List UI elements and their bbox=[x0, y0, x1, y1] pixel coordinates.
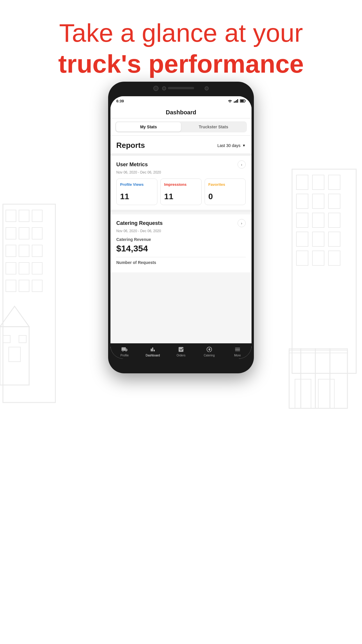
phone-camera-left bbox=[153, 86, 159, 91]
svg-rect-46 bbox=[236, 100, 237, 103]
favorites-label: Favorites bbox=[208, 182, 242, 187]
impressions-label: Impressions bbox=[164, 182, 198, 187]
user-metrics-chevron[interactable]: › bbox=[238, 160, 246, 169]
truck-icon bbox=[121, 346, 128, 353]
svg-rect-25 bbox=[296, 194, 308, 209]
app-header: Dashboard bbox=[110, 106, 252, 118]
svg-rect-5 bbox=[19, 228, 29, 239]
phone-screen: 6:39 Dashboard My Stats bbox=[110, 96, 252, 359]
nav-label-orders: Orders bbox=[177, 354, 186, 357]
reports-title: Reports bbox=[116, 141, 145, 150]
tab-my-stats[interactable]: My Stats bbox=[116, 122, 181, 132]
building-right-illustration bbox=[275, 140, 362, 432]
headline-area: Take a glance at your truck's performanc… bbox=[0, 18, 362, 79]
svg-rect-13 bbox=[6, 280, 16, 292]
svg-rect-45 bbox=[235, 101, 236, 103]
profile-views-box: Profile Views 11 bbox=[116, 178, 157, 205]
nav-label-catering: Catering bbox=[204, 354, 215, 357]
svg-rect-43 bbox=[318, 379, 334, 408]
svg-rect-22 bbox=[296, 175, 308, 190]
svg-rect-36 bbox=[328, 251, 340, 265]
reports-header: Reports Last 30 days ▼ bbox=[110, 136, 252, 153]
catering-revenue-value: $14,354 bbox=[116, 244, 246, 253]
period-selector[interactable]: Last 30 days ▼ bbox=[217, 143, 246, 148]
app-title: Dashboard bbox=[166, 109, 196, 116]
section-divider-2 bbox=[110, 210, 252, 212]
section-divider-1 bbox=[110, 153, 252, 156]
nav-item-dashboard[interactable]: Dashboard bbox=[139, 346, 167, 357]
svg-rect-26 bbox=[312, 194, 324, 209]
user-metrics-header: User Metrics › bbox=[116, 160, 246, 169]
wifi-icon bbox=[228, 99, 232, 103]
svg-rect-38 bbox=[289, 349, 347, 353]
dropdown-arrow-icon: ▼ bbox=[242, 144, 246, 148]
svg-marker-17 bbox=[0, 306, 29, 327]
tabs-row: My Stats Truckster Stats bbox=[115, 121, 247, 132]
svg-rect-31 bbox=[296, 232, 308, 246]
svg-rect-44 bbox=[234, 102, 235, 103]
svg-rect-33 bbox=[328, 232, 340, 246]
catering-requests-card: Catering Requests › Nov 06, 2020 - Dec 0… bbox=[110, 214, 252, 272]
main-scroll[interactable]: Reports Last 30 days ▼ User Metrics › No… bbox=[110, 136, 252, 343]
svg-rect-50 bbox=[240, 100, 244, 102]
svg-rect-10 bbox=[6, 262, 16, 274]
svg-rect-20 bbox=[19, 335, 26, 343]
catering-date: Nov 06, 2020 - Dec 06, 2020 bbox=[116, 229, 246, 233]
status-bar: 6:39 bbox=[110, 96, 252, 106]
catering-icon bbox=[206, 346, 213, 353]
battery-icon bbox=[240, 99, 246, 103]
period-label: Last 30 days bbox=[217, 143, 240, 148]
nav-item-profile[interactable]: Profile bbox=[110, 346, 139, 357]
tab-truckster-stats[interactable]: Truckster Stats bbox=[181, 122, 246, 132]
nav-item-catering[interactable]: Catering bbox=[195, 346, 223, 357]
svg-rect-24 bbox=[328, 175, 340, 190]
nav-item-more[interactable]: More bbox=[223, 346, 252, 357]
catering-chevron[interactable]: › bbox=[238, 219, 246, 227]
svg-rect-49 bbox=[245, 100, 246, 102]
signal-icon bbox=[234, 99, 238, 103]
svg-rect-12 bbox=[32, 262, 42, 274]
svg-rect-27 bbox=[328, 194, 340, 209]
svg-rect-42 bbox=[295, 379, 311, 408]
svg-rect-4 bbox=[6, 228, 16, 239]
catering-revenue-label: Catering Revenue bbox=[116, 237, 246, 242]
requests-label: Number of Requests bbox=[116, 257, 246, 268]
svg-rect-29 bbox=[312, 213, 324, 228]
user-metrics-card: User Metrics › Nov 06, 2020 - Dec 06, 20… bbox=[110, 156, 252, 210]
catering-title: Catering Requests bbox=[116, 220, 163, 226]
headline-line1: Take a glance at your bbox=[0, 18, 362, 48]
bottom-nav: Profile Dashboard Orders bbox=[110, 343, 252, 359]
svg-rect-9 bbox=[32, 245, 42, 257]
svg-rect-8 bbox=[19, 245, 29, 257]
svg-rect-15 bbox=[32, 280, 42, 292]
svg-rect-19 bbox=[3, 335, 10, 343]
chart-icon bbox=[149, 346, 156, 353]
svg-rect-7 bbox=[6, 245, 16, 257]
orders-icon bbox=[178, 346, 184, 353]
impressions-value: 11 bbox=[164, 192, 198, 201]
phone-shell: 6:39 Dashboard My Stats bbox=[108, 82, 254, 373]
svg-rect-1 bbox=[6, 210, 16, 222]
favorites-value: 0 bbox=[208, 192, 242, 201]
svg-rect-28 bbox=[296, 213, 308, 228]
profile-views-label: Profile Views bbox=[120, 182, 154, 187]
svg-rect-2 bbox=[19, 210, 29, 222]
impressions-box: Impressions 11 bbox=[160, 178, 201, 205]
svg-rect-23 bbox=[312, 175, 324, 190]
nav-item-orders[interactable]: Orders bbox=[167, 346, 195, 357]
svg-rect-47 bbox=[237, 99, 238, 103]
phone-camera-selfie bbox=[205, 86, 209, 90]
nav-label-dashboard: Dashboard bbox=[146, 354, 160, 357]
user-metrics-title: User Metrics bbox=[116, 162, 148, 168]
svg-rect-14 bbox=[19, 280, 29, 292]
nav-label-profile: Profile bbox=[120, 354, 129, 357]
more-icon bbox=[234, 346, 241, 353]
svg-rect-18 bbox=[9, 347, 20, 362]
status-icons bbox=[228, 99, 246, 103]
svg-rect-11 bbox=[19, 262, 29, 274]
headline-line2: truck's performance bbox=[0, 48, 362, 79]
profile-views-value: 11 bbox=[120, 192, 154, 201]
svg-rect-34 bbox=[296, 251, 308, 265]
phone-speaker bbox=[168, 87, 194, 89]
svg-rect-3 bbox=[32, 210, 42, 222]
